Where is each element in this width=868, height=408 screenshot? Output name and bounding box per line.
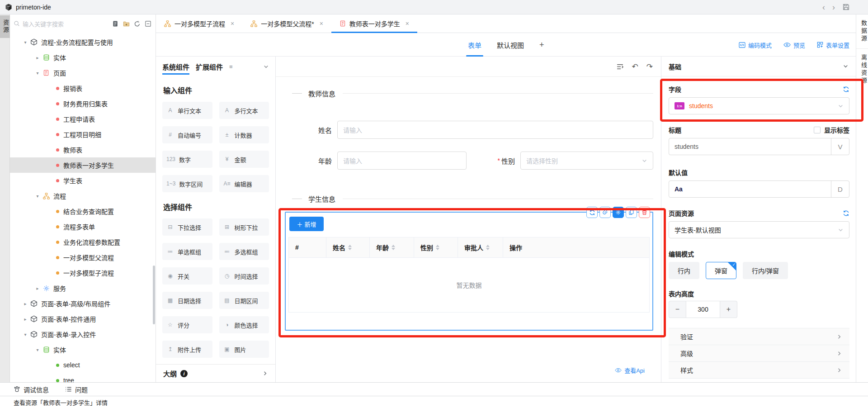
sidebar-search[interactable]: 输入关键字搜索 xyxy=(14,17,152,30)
name-input[interactable]: 请输入 xyxy=(337,121,653,139)
widget-sync-icon[interactable] xyxy=(586,207,598,218)
action-code[interactable]: 编码模式 xyxy=(739,41,772,49)
stepper-value[interactable]: 300 xyxy=(686,301,720,318)
show-label-checkbox[interactable] xyxy=(814,127,821,133)
palette-tab-system[interactable]: 系统组件 xyxy=(162,57,189,76)
refresh-icon[interactable] xyxy=(133,20,141,28)
action-grid4[interactable]: 表单设置 xyxy=(817,41,849,49)
tree-item[interactable]: 教师表一对多学生 xyxy=(10,157,156,173)
undo-icon[interactable]: ↶ xyxy=(632,62,638,71)
sidebar-scrollbar[interactable] xyxy=(153,266,155,324)
tree-item[interactable]: ▾页面 xyxy=(10,65,156,81)
tree-item[interactable]: ▾流程 xyxy=(10,188,156,204)
palette-menu-icon[interactable]: ≡ xyxy=(229,63,233,70)
tree-item[interactable]: 工程项目明细 xyxy=(10,127,156,142)
palette-item[interactable]: ▤日期区间 xyxy=(219,292,269,309)
tree-item[interactable]: ▸页面-表单-控件通用 xyxy=(10,311,156,327)
palette-tab-extension[interactable]: 扩展组件 xyxy=(196,57,223,76)
tree-expander-icon[interactable]: ▾ xyxy=(35,71,40,76)
tree-expander-icon[interactable]: ▾ xyxy=(35,347,40,352)
age-input[interactable]: 请输入 xyxy=(337,152,467,170)
editor-tab[interactable]: 一对多模型父流程*× xyxy=(242,14,331,33)
tree-item[interactable]: select xyxy=(10,357,156,373)
tab-close-icon[interactable]: × xyxy=(406,20,409,27)
tree-expander-icon[interactable]: ▸ xyxy=(23,317,28,322)
palette-item[interactable]: 123数字 xyxy=(162,151,212,168)
tree-expander-icon[interactable]: ▸ xyxy=(23,301,28,306)
field-sync-icon[interactable] xyxy=(843,86,849,93)
palette-item[interactable]: ¥金额 xyxy=(219,151,269,168)
palette-item[interactable]: 1~3数字区间 xyxy=(162,175,212,192)
tree-item[interactable]: ▾实体 xyxy=(10,342,156,357)
tab-close-icon[interactable]: × xyxy=(231,20,234,27)
stepper-minus-button[interactable]: − xyxy=(669,301,686,318)
palette-item[interactable]: #自动编号 xyxy=(162,126,212,143)
view-tab[interactable]: 默认视图 xyxy=(497,33,524,57)
tree-expander-icon[interactable]: ▸ xyxy=(35,55,40,60)
import-resource-icon[interactable] xyxy=(112,20,119,28)
palette-item[interactable]: ◷时间选择 xyxy=(219,267,269,285)
tree-item[interactable]: 工程申请表 xyxy=(10,111,156,127)
tree-item[interactable]: ▾页面-表单-录入控件 xyxy=(10,327,156,342)
palette-item[interactable]: ⊞树形下拉 xyxy=(219,218,269,236)
nav-forward-icon[interactable]: › xyxy=(832,3,835,11)
palette-item[interactable]: ◑颜色选择 xyxy=(219,316,269,333)
accordion-样式[interactable]: 样式 xyxy=(669,362,849,379)
tab-close-icon[interactable]: × xyxy=(320,20,323,27)
students-table-widget[interactable]: ＋新增 #姓名年龄性别审批人操作 暂无数据 xyxy=(285,212,653,331)
palette-item[interactable]: ☆评分 xyxy=(162,316,212,333)
accordion-高级[interactable]: 高级 xyxy=(669,345,849,362)
bottom-tab-list[interactable]: 问题 xyxy=(65,385,88,394)
outline-footer[interactable]: 大纲 i xyxy=(156,364,275,382)
tree-item[interactable]: 一对多模型子流程 xyxy=(10,265,156,280)
editor-tab[interactable]: 教师表一对多学生× xyxy=(331,14,417,33)
palette-collapse-icon[interactable] xyxy=(263,64,269,70)
section-student-info[interactable]: 学生信息 xyxy=(292,194,653,204)
strip-item-datasource[interactable]: 数据源 xyxy=(856,14,868,49)
edit-mode-option[interactable]: 行内 xyxy=(669,262,699,279)
tree-item[interactable]: 流程多表单 xyxy=(10,219,156,234)
default-suffix-button[interactable]: D xyxy=(831,181,849,197)
tree-item[interactable]: 财务费用归集表 xyxy=(10,96,156,111)
view-tab[interactable]: 表单 xyxy=(468,33,481,57)
title-suffix-button[interactable]: V xyxy=(831,138,849,155)
gender-select[interactable]: 请选择性别 xyxy=(520,152,653,170)
palette-item[interactable]: ▣图片 xyxy=(219,341,269,358)
tree-item[interactable]: 学生表 xyxy=(10,173,156,188)
add-row-button[interactable]: ＋新增 xyxy=(289,217,324,231)
sort-icons[interactable] xyxy=(436,245,439,250)
stepper-plus-button[interactable]: + xyxy=(720,301,737,318)
strip-item-resources[interactable]: 资源 xyxy=(0,15,10,38)
tree-expander-icon[interactable]: ▾ xyxy=(23,332,28,337)
field-row-name[interactable]: 姓名 请输入 xyxy=(318,121,653,139)
edit-mode-option[interactable]: 弹窗 xyxy=(706,262,736,279)
tree-expander-icon[interactable]: ▸ xyxy=(35,286,40,291)
view-api-link[interactable]: 查看Api xyxy=(615,366,645,375)
widget-settings-gear-icon[interactable] xyxy=(613,207,624,218)
tree-item[interactable]: ▸实体 xyxy=(10,50,156,65)
table-column-header[interactable]: 性别 xyxy=(414,237,458,257)
palette-item[interactable]: A≡编辑器 xyxy=(219,175,269,192)
palette-item[interactable]: ⊟下拉选择 xyxy=(162,218,212,236)
tree-item[interactable]: 报销表 xyxy=(10,81,156,96)
palette-item[interactable]: A多行文本 xyxy=(219,102,269,119)
section-teacher-info[interactable]: 教师信息 xyxy=(292,89,653,98)
page-resource-select[interactable]: 学生表-默认视图 xyxy=(669,221,849,238)
accordion-验证[interactable]: 验证 xyxy=(669,328,849,345)
new-folder-icon[interactable] xyxy=(123,20,130,28)
widget-link-icon[interactable] xyxy=(599,207,611,218)
bottom-tab-debug[interactable]: 调试信息 xyxy=(14,385,49,394)
palette-item[interactable]: ±计数器 xyxy=(219,126,269,143)
redo-icon[interactable]: ↷ xyxy=(646,62,653,71)
widget-delete-icon[interactable] xyxy=(639,207,650,218)
palette-item[interactable]: ≔单选框组 xyxy=(162,243,212,260)
table-column-header[interactable]: 审批人 xyxy=(458,237,503,257)
table-column-header[interactable]: 年龄 xyxy=(370,237,414,257)
tree-item[interactable]: 结合业务查询配置 xyxy=(10,204,156,219)
palette-item[interactable]: ↥附件上传 xyxy=(162,341,212,358)
tree-item[interactable]: ▾流程-业务流程配置与使用 xyxy=(10,34,156,50)
field-select[interactable]: 1:n students xyxy=(669,97,849,114)
outline-expand-icon[interactable] xyxy=(262,370,268,376)
add-view-button[interactable]: + xyxy=(539,40,544,50)
default-value-input[interactable]: Aa D xyxy=(669,180,849,198)
